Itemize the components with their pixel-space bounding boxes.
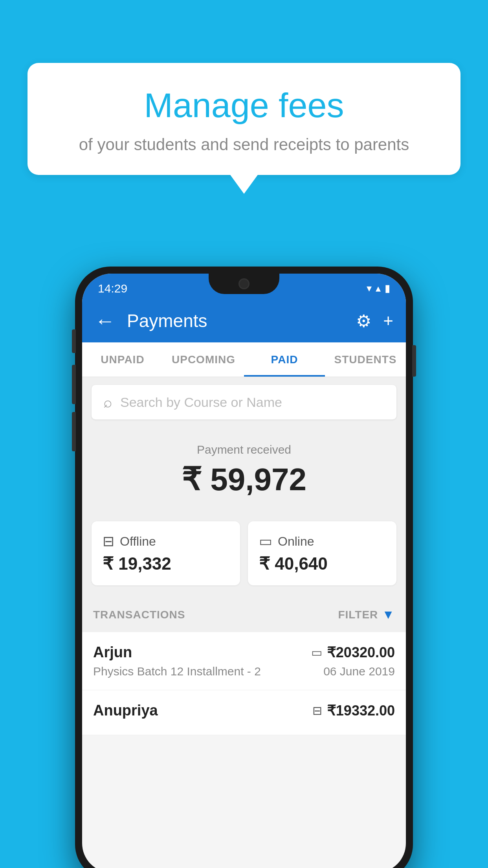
app-bar-actions: ⚙ + bbox=[356, 311, 393, 331]
search-container: ⌕ Search by Course or Name bbox=[82, 377, 406, 427]
transaction-list: Arjun ▭ ₹20320.00 Physics Batch 12 Insta… bbox=[82, 632, 406, 735]
payment-total-amount: ₹ 59,972 bbox=[92, 461, 396, 498]
signal-icon: ▴ bbox=[376, 282, 381, 294]
offline-icon: ⊟ bbox=[103, 533, 114, 550]
volume-up-button bbox=[72, 365, 76, 404]
status-time: 14:29 bbox=[98, 282, 127, 295]
transaction-course: Physics Batch 12 Installment - 2 bbox=[93, 665, 261, 678]
phone-notch bbox=[209, 274, 279, 294]
tab-unpaid[interactable]: UNPAID bbox=[82, 342, 163, 377]
payment-received-label: Payment received bbox=[92, 443, 396, 456]
back-button[interactable]: ← bbox=[95, 311, 115, 331]
tab-bar: UNPAID UPCOMING PAID STUDENTS bbox=[82, 342, 406, 377]
online-amount: ₹ 40,640 bbox=[259, 554, 385, 574]
online-payment-card: ▭ Online ₹ 40,640 bbox=[248, 521, 396, 585]
transaction-item[interactable]: Arjun ▭ ₹20320.00 Physics Batch 12 Insta… bbox=[82, 632, 406, 690]
transactions-label: TRANSACTIONS bbox=[93, 609, 185, 621]
transaction-name: Arjun bbox=[93, 644, 132, 661]
transaction-amount-wrap: ⊟ ₹19332.00 bbox=[312, 702, 395, 719]
filter-icon: ▼ bbox=[382, 607, 395, 622]
transaction-name: Anupriya bbox=[93, 702, 158, 719]
tab-paid[interactable]: PAID bbox=[244, 342, 325, 377]
online-label: Online bbox=[278, 534, 314, 549]
transaction-item[interactable]: Anupriya ⊟ ₹19332.00 bbox=[82, 690, 406, 735]
credit-card-icon: ▭ bbox=[311, 645, 322, 659]
transaction-amount-wrap: ▭ ₹20320.00 bbox=[311, 644, 395, 661]
online-icon: ▭ bbox=[259, 533, 272, 550]
offline-amount: ₹ 19,332 bbox=[103, 554, 229, 574]
volume-down-button bbox=[72, 412, 76, 451]
filter-label: FILTER bbox=[338, 609, 378, 621]
offline-payment-card: ⊟ Offline ₹ 19,332 bbox=[92, 521, 240, 585]
page-background: Manage fees of your students and send re… bbox=[0, 0, 488, 868]
speech-bubble-subtitle: of your students and send receipts to pa… bbox=[47, 134, 441, 156]
front-camera bbox=[238, 278, 250, 289]
search-placeholder: Search by Course or Name bbox=[120, 395, 282, 410]
settings-button[interactable]: ⚙ bbox=[356, 311, 371, 331]
transaction-amount: ₹19332.00 bbox=[327, 702, 395, 719]
tab-upcoming[interactable]: UPCOMING bbox=[163, 342, 244, 377]
status-icons: ▾ ▴ ▮ bbox=[367, 282, 390, 294]
filter-button[interactable]: FILTER ▼ bbox=[338, 607, 395, 622]
offline-label: Offline bbox=[120, 534, 156, 549]
battery-icon: ▮ bbox=[385, 282, 390, 294]
power-button bbox=[412, 345, 416, 377]
payment-cards-row: ⊟ Offline ₹ 19,332 ▭ Online ₹ 40,640 bbox=[82, 521, 406, 597]
mute-button bbox=[72, 329, 76, 353]
transactions-header: TRANSACTIONS FILTER ▼ bbox=[82, 597, 406, 632]
cash-icon: ⊟ bbox=[312, 704, 322, 717]
search-bar[interactable]: ⌕ Search by Course or Name bbox=[92, 385, 396, 419]
transaction-amount: ₹20320.00 bbox=[327, 644, 395, 661]
app-bar: ← Payments ⚙ + bbox=[82, 299, 406, 342]
payment-received-section: Payment received ₹ 59,972 bbox=[82, 427, 406, 521]
transaction-date: 06 June 2019 bbox=[323, 665, 395, 678]
add-button[interactable]: + bbox=[383, 311, 393, 331]
phone-device: 14:29 ▾ ▴ ▮ ← Payments ⚙ + bbox=[75, 267, 413, 868]
tab-students[interactable]: STUDENTS bbox=[325, 342, 406, 377]
wifi-icon: ▾ bbox=[367, 282, 372, 294]
speech-bubble: Manage fees of your students and send re… bbox=[28, 63, 460, 175]
app-bar-title: Payments bbox=[127, 310, 344, 331]
speech-bubble-title: Manage fees bbox=[47, 86, 441, 125]
search-icon: ⌕ bbox=[103, 394, 112, 411]
